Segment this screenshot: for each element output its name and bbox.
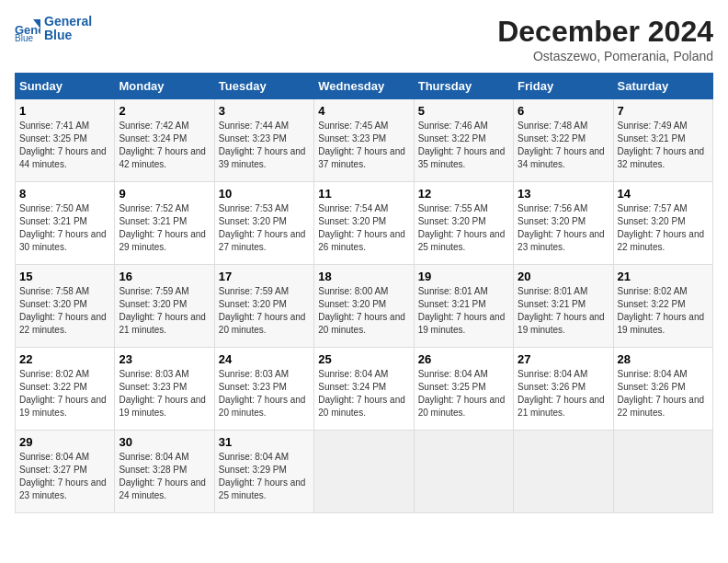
- calendar-cell: 26 Sunrise: 8:04 AM Sunset: 3:25 PM Dayl…: [414, 348, 513, 431]
- day-number: 29: [19, 435, 110, 449]
- day-number: 13: [518, 187, 609, 201]
- day-info: Sunrise: 8:01 AM Sunset: 3:21 PM Dayligh…: [418, 285, 509, 337]
- calendar-cell: 5 Sunrise: 7:46 AM Sunset: 3:22 PM Dayli…: [414, 99, 513, 182]
- calendar-week-row: 29 Sunrise: 8:04 AM Sunset: 3:27 PM Dayl…: [16, 431, 713, 513]
- day-info: Sunrise: 8:02 AM Sunset: 3:22 PM Dayligh…: [19, 368, 110, 419]
- day-info: Sunrise: 7:49 AM Sunset: 3:21 PM Dayligh…: [618, 120, 709, 171]
- day-info: Sunrise: 8:00 AM Sunset: 3:20 PM Dayligh…: [318, 285, 409, 337]
- calendar-cell: 29 Sunrise: 8:04 AM Sunset: 3:27 PM Dayl…: [16, 431, 115, 513]
- calendar-cell: [314, 431, 414, 513]
- day-number: 20: [518, 270, 609, 283]
- calendar-cell: 28 Sunrise: 8:04 AM Sunset: 3:26 PM Dayl…: [613, 348, 712, 431]
- weekday-header-row: SundayMondayTuesdayWednesdayThursdayFrid…: [16, 74, 713, 99]
- day-number: 19: [418, 270, 509, 283]
- day-info: Sunrise: 7:58 AM Sunset: 3:20 PM Dayligh…: [19, 285, 110, 337]
- day-number: 9: [119, 187, 210, 201]
- calendar-cell: 31 Sunrise: 8:04 AM Sunset: 3:29 PM Dayl…: [214, 431, 313, 513]
- day-number: 7: [618, 104, 709, 118]
- calendar-table: SundayMondayTuesdayWednesdayThursdayFrid…: [15, 73, 713, 513]
- day-number: 3: [219, 104, 310, 118]
- day-info: Sunrise: 8:04 AM Sunset: 3:26 PM Dayligh…: [618, 368, 709, 419]
- day-number: 4: [318, 104, 409, 118]
- day-info: Sunrise: 8:04 AM Sunset: 3:27 PM Dayligh…: [19, 451, 110, 502]
- day-number: 17: [219, 270, 310, 283]
- day-info: Sunrise: 7:45 AM Sunset: 3:23 PM Dayligh…: [318, 120, 409, 171]
- title-block: December 2024 Ostaszewo, Pomerania, Pola…: [497, 15, 713, 63]
- day-number: 18: [318, 270, 409, 283]
- day-number: 12: [418, 187, 509, 201]
- calendar-cell: 6 Sunrise: 7:48 AM Sunset: 3:22 PM Dayli…: [514, 99, 613, 182]
- day-number: 23: [119, 352, 210, 366]
- day-info: Sunrise: 8:01 AM Sunset: 3:21 PM Dayligh…: [518, 285, 609, 337]
- calendar-cell: 1 Sunrise: 7:41 AM Sunset: 3:25 PM Dayli…: [16, 99, 115, 182]
- day-number: 30: [119, 435, 210, 449]
- calendar-cell: 19 Sunrise: 8:01 AM Sunset: 3:21 PM Dayl…: [414, 265, 513, 348]
- calendar-cell: 16 Sunrise: 7:59 AM Sunset: 3:20 PM Dayl…: [115, 265, 214, 348]
- day-info: Sunrise: 7:59 AM Sunset: 3:20 PM Dayligh…: [119, 285, 210, 337]
- calendar-cell: 9 Sunrise: 7:52 AM Sunset: 3:21 PM Dayli…: [115, 182, 214, 265]
- day-info: Sunrise: 8:03 AM Sunset: 3:23 PM Dayligh…: [219, 368, 310, 419]
- logo-text: GeneralBlue: [44, 15, 92, 43]
- calendar-week-row: 8 Sunrise: 7:50 AM Sunset: 3:21 PM Dayli…: [16, 182, 713, 265]
- calendar-cell: 17 Sunrise: 7:59 AM Sunset: 3:20 PM Dayl…: [214, 265, 313, 348]
- day-number: 22: [19, 352, 110, 366]
- day-info: Sunrise: 7:59 AM Sunset: 3:20 PM Dayligh…: [219, 285, 310, 337]
- month-title: December 2024: [497, 15, 713, 49]
- calendar-cell: 30 Sunrise: 8:04 AM Sunset: 3:28 PM Dayl…: [115, 431, 214, 513]
- day-number: 16: [119, 270, 210, 283]
- day-number: 21: [618, 270, 709, 283]
- weekday-header-wednesday: Wednesday: [314, 74, 414, 99]
- calendar-cell: 23 Sunrise: 8:03 AM Sunset: 3:23 PM Dayl…: [115, 348, 214, 431]
- weekday-header-monday: Monday: [115, 74, 214, 99]
- day-info: Sunrise: 7:54 AM Sunset: 3:20 PM Dayligh…: [318, 202, 409, 254]
- calendar-cell: 7 Sunrise: 7:49 AM Sunset: 3:21 PM Dayli…: [613, 99, 712, 182]
- day-number: 31: [219, 435, 310, 449]
- calendar-week-row: 15 Sunrise: 7:58 AM Sunset: 3:20 PM Dayl…: [16, 265, 713, 348]
- day-info: Sunrise: 7:42 AM Sunset: 3:24 PM Dayligh…: [119, 120, 210, 171]
- day-number: 26: [418, 352, 509, 366]
- calendar-cell: 25 Sunrise: 8:04 AM Sunset: 3:24 PM Dayl…: [314, 348, 414, 431]
- day-info: Sunrise: 7:46 AM Sunset: 3:22 PM Dayligh…: [418, 120, 509, 171]
- day-number: 6: [518, 104, 609, 118]
- calendar-cell: 20 Sunrise: 8:01 AM Sunset: 3:21 PM Dayl…: [514, 265, 613, 348]
- day-info: Sunrise: 8:04 AM Sunset: 3:28 PM Dayligh…: [119, 451, 210, 502]
- calendar-cell: 18 Sunrise: 8:00 AM Sunset: 3:20 PM Dayl…: [314, 265, 414, 348]
- day-info: Sunrise: 8:04 AM Sunset: 3:25 PM Dayligh…: [418, 368, 509, 419]
- logo-icon: General Blue: [15, 16, 40, 41]
- day-info: Sunrise: 7:48 AM Sunset: 3:22 PM Dayligh…: [518, 120, 609, 171]
- day-number: 14: [618, 187, 709, 201]
- weekday-header-thursday: Thursday: [414, 74, 513, 99]
- day-number: 8: [19, 187, 110, 201]
- day-number: 2: [119, 104, 210, 118]
- day-number: 10: [219, 187, 310, 201]
- day-info: Sunrise: 7:53 AM Sunset: 3:20 PM Dayligh…: [219, 202, 310, 254]
- day-info: Sunrise: 7:56 AM Sunset: 3:20 PM Dayligh…: [518, 202, 609, 254]
- day-number: 28: [618, 352, 709, 366]
- location-subtitle: Ostaszewo, Pomerania, Poland: [497, 49, 713, 63]
- day-info: Sunrise: 8:04 AM Sunset: 3:26 PM Dayligh…: [518, 368, 609, 419]
- calendar-cell: 27 Sunrise: 8:04 AM Sunset: 3:26 PM Dayl…: [514, 348, 613, 431]
- calendar-cell: [613, 431, 712, 513]
- weekday-header-tuesday: Tuesday: [214, 74, 313, 99]
- day-number: 25: [318, 352, 409, 366]
- calendar-cell: 2 Sunrise: 7:42 AM Sunset: 3:24 PM Dayli…: [115, 99, 214, 182]
- weekday-header-friday: Friday: [514, 74, 613, 99]
- day-info: Sunrise: 7:41 AM Sunset: 3:25 PM Dayligh…: [19, 120, 110, 171]
- day-info: Sunrise: 8:02 AM Sunset: 3:22 PM Dayligh…: [618, 285, 709, 337]
- svg-text:Blue: Blue: [15, 33, 33, 41]
- page-header: General Blue GeneralBlue December 2024 O…: [15, 15, 713, 63]
- logo: General Blue GeneralBlue: [15, 15, 92, 43]
- calendar-cell: 21 Sunrise: 8:02 AM Sunset: 3:22 PM Dayl…: [613, 265, 712, 348]
- day-info: Sunrise: 7:57 AM Sunset: 3:20 PM Dayligh…: [618, 202, 709, 254]
- weekday-header-saturday: Saturday: [613, 74, 712, 99]
- weekday-header-sunday: Sunday: [16, 74, 115, 99]
- day-number: 15: [19, 270, 110, 283]
- day-number: 1: [19, 104, 110, 118]
- day-info: Sunrise: 8:04 AM Sunset: 3:29 PM Dayligh…: [219, 451, 310, 502]
- calendar-cell: 14 Sunrise: 7:57 AM Sunset: 3:20 PM Dayl…: [613, 182, 712, 265]
- calendar-cell: [514, 431, 613, 513]
- calendar-cell: 13 Sunrise: 7:56 AM Sunset: 3:20 PM Dayl…: [514, 182, 613, 265]
- day-info: Sunrise: 7:50 AM Sunset: 3:21 PM Dayligh…: [19, 202, 110, 254]
- calendar-cell: 3 Sunrise: 7:44 AM Sunset: 3:23 PM Dayli…: [214, 99, 313, 182]
- calendar-week-row: 22 Sunrise: 8:02 AM Sunset: 3:22 PM Dayl…: [16, 348, 713, 431]
